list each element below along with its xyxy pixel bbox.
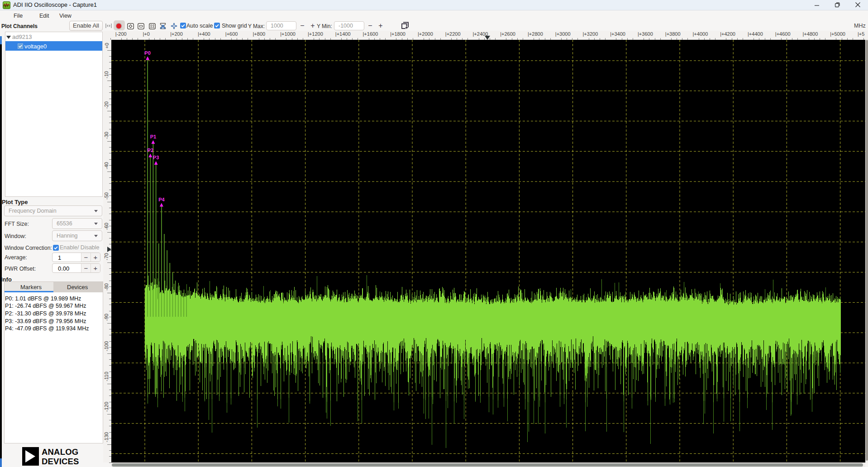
svg-text:P3: P3 — [153, 155, 159, 160]
svg-text:P4: P4 — [158, 197, 165, 202]
svg-text:P2: P2 — [148, 148, 153, 153]
svg-text:P1: P1 — [150, 134, 156, 139]
svg-text:P0: P0 — [144, 50, 150, 56]
